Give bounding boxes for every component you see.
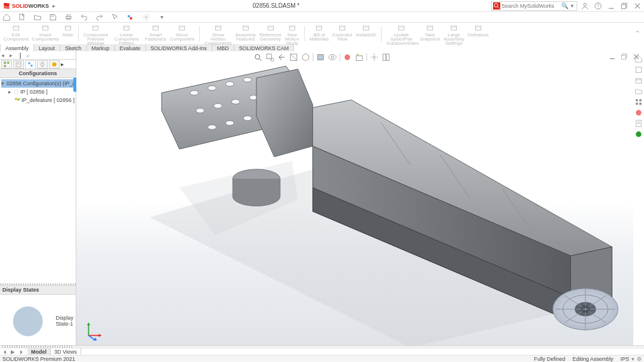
window-minimize-icon[interactable] bbox=[607, 2, 615, 10]
panel-tab-configurations-icon[interactable] bbox=[25, 60, 36, 69]
collapse-icon[interactable]: ▾ bbox=[1, 81, 4, 86]
config-item-defeature[interactable]: IP_defeature [ 02856 ] bbox=[14, 96, 76, 104]
section-view-icon[interactable] bbox=[289, 52, 299, 62]
search-menu-chevron[interactable]: ▾ bbox=[568, 2, 575, 10]
ribbon-cmd-edit-component[interactable]: Edit Component bbox=[2, 24, 29, 41]
bt-play-icon[interactable]: ▶ bbox=[11, 349, 17, 355]
undo-icon[interactable] bbox=[80, 13, 88, 21]
new-icon[interactable] bbox=[18, 13, 26, 21]
logo-menu-chevron[interactable]: ▸ bbox=[50, 2, 57, 10]
tp-view-palette-icon[interactable] bbox=[634, 98, 643, 106]
bottom-tab-3d-views[interactable]: 3D Views bbox=[51, 348, 81, 355]
doc-minimize-icon[interactable] bbox=[608, 52, 617, 61]
options-icon[interactable] bbox=[142, 13, 150, 21]
ribbon-cmd-instant3d[interactable]: Instant3D bbox=[355, 24, 377, 37]
bt-prev-icon[interactable]: ⏴ bbox=[2, 349, 8, 355]
ribbon-cmd-move-component[interactable]: Move Component bbox=[169, 24, 196, 41]
toolbar-dropdown-icon[interactable]: ▾ bbox=[157, 13, 166, 21]
expand-icon[interactable]: ▸ bbox=[7, 89, 12, 94]
panel-back-icon[interactable]: ◂ bbox=[1, 52, 8, 59]
tp-resources-icon[interactable] bbox=[634, 66, 643, 74]
ribbon-cmd-label: Edit Component bbox=[4, 33, 28, 41]
edit-appearance-icon[interactable] bbox=[343, 52, 352, 62]
ribbon-cmd-large-assembly-settings[interactable]: Large Assembly Settings bbox=[442, 24, 466, 45]
panel-split-icon[interactable]: ❙ bbox=[18, 52, 25, 59]
previous-view-icon[interactable] bbox=[277, 52, 287, 62]
ribbon-cmd-linear-component-pattern[interactable]: Linear Component Pattern bbox=[110, 24, 143, 45]
ribbon-cmd-insert-components[interactable]: Insert Components bbox=[30, 24, 60, 41]
tp-appearances-icon[interactable] bbox=[634, 109, 643, 117]
panel-tab-property-icon[interactable] bbox=[13, 60, 24, 69]
ribbon-cmd-reference-geometry[interactable]: Reference Geometry bbox=[258, 24, 283, 41]
view-layout-icon[interactable] bbox=[382, 52, 391, 62]
search-input[interactable] bbox=[501, 3, 561, 9]
ribbon-cmd-bill-of-materials[interactable]: Bill of Materials bbox=[308, 24, 330, 41]
ribbon-cmd-new-motion-study[interactable]: New Motion Study bbox=[284, 24, 301, 45]
panel-tab-more-icon[interactable]: ▸ bbox=[61, 61, 64, 67]
view-settings-icon[interactable] bbox=[370, 52, 379, 62]
redo-icon[interactable] bbox=[95, 13, 104, 21]
document-window-controls bbox=[608, 52, 640, 61]
window-close-icon[interactable] bbox=[633, 2, 642, 10]
tp-library-icon[interactable] bbox=[634, 76, 643, 85]
orientation-triad[interactable] bbox=[83, 320, 104, 341]
help-icon[interactable]: ? bbox=[594, 2, 602, 10]
display-style-icon[interactable] bbox=[316, 52, 326, 62]
save-icon[interactable] bbox=[49, 13, 57, 21]
panel-tab-display-icon[interactable] bbox=[49, 60, 60, 69]
doc-close-icon[interactable] bbox=[632, 52, 640, 61]
ribbon-cmd-component-preview-window[interactable]: Component Preview Window bbox=[82, 24, 109, 45]
panel-tab-feature-tree-icon[interactable] bbox=[1, 60, 12, 69]
print-icon[interactable] bbox=[64, 13, 73, 21]
svg-rect-52 bbox=[475, 26, 481, 30]
ribbon-cmd-label: Show Hidden Components bbox=[205, 33, 231, 45]
home-icon[interactable] bbox=[2, 13, 11, 21]
svg-point-72 bbox=[243, 78, 252, 82]
ribbon-cmd-label: Update SpeedPak Subassemblies bbox=[386, 33, 416, 45]
svg-rect-40 bbox=[317, 26, 322, 30]
ribbon-collapse-icon[interactable] bbox=[634, 29, 640, 35]
bt-next-icon[interactable]: ⏵ bbox=[19, 349, 25, 355]
login-icon[interactable] bbox=[581, 2, 589, 10]
svg-rect-15 bbox=[128, 15, 130, 17]
ribbon-cmd-take-snapshot[interactable]: Take Snapshot bbox=[419, 24, 441, 41]
panel-filter-icon[interactable]: ⌕ bbox=[26, 52, 33, 59]
tp-forum-icon[interactable] bbox=[634, 130, 643, 138]
ribbon-cmd-icon bbox=[361, 24, 371, 32]
config-item-ip[interactable]: ▸ IP [ 02856 ] bbox=[7, 88, 76, 96]
orientation-icon[interactable] bbox=[301, 52, 311, 62]
svg-rect-24 bbox=[93, 26, 98, 30]
panel-forward-icon[interactable]: ▸ bbox=[10, 52, 17, 59]
zoom-fit-icon[interactable] bbox=[253, 52, 263, 62]
status-custom-icon[interactable]: ⚙ bbox=[637, 356, 642, 362]
ribbon-cmd-show-hidden-components[interactable]: Show Hidden Components bbox=[203, 24, 233, 45]
svg-rect-59 bbox=[29, 62, 30, 64]
ribbon-cmd-smart-fasteners[interactable]: Smart Fasteners bbox=[144, 24, 168, 41]
svg-point-17 bbox=[145, 16, 147, 18]
graphics-viewport[interactable] bbox=[76, 51, 644, 348]
rebuild-icon[interactable] bbox=[126, 13, 135, 21]
ribbon-commands: Edit ComponentInsert ComponentsMateCompo… bbox=[0, 23, 644, 44]
select-icon[interactable] bbox=[111, 13, 119, 21]
config-root-item[interactable]: ▾ 02856 Configuration(s) (IP_defeature) bbox=[1, 79, 76, 88]
window-restore-icon[interactable] bbox=[620, 2, 628, 10]
tp-explorer-icon[interactable] bbox=[634, 87, 643, 95]
display-state-item[interactable]: Display State-1 bbox=[2, 296, 73, 346]
status-units-dropdown-icon[interactable]: ▾ bbox=[631, 356, 634, 362]
open-icon[interactable] bbox=[33, 13, 42, 21]
doc-restore-icon[interactable] bbox=[620, 52, 628, 61]
ribbon-cmd-update-speedpak-subassemblies[interactable]: Update SpeedPak Subassemblies bbox=[385, 24, 417, 45]
search-dropdown[interactable]: 🔍 bbox=[561, 2, 568, 10]
bottom-tab-model[interactable]: Model bbox=[27, 348, 51, 355]
ribbon-cmd-defeature[interactable]: Defeature bbox=[467, 24, 490, 37]
ribbon-cmd-assembly-features[interactable]: Assembly Features bbox=[234, 24, 257, 41]
hide-show-icon[interactable] bbox=[328, 52, 338, 62]
zoom-area-icon[interactable] bbox=[265, 52, 275, 62]
search-box[interactable]: 🔍 ▾ bbox=[491, 1, 577, 11]
ribbon-cmd-exploded-view[interactable]: Exploded View bbox=[331, 24, 353, 41]
ribbon-cmd-mate[interactable]: Mate bbox=[61, 24, 75, 37]
tp-custom-props-icon[interactable] bbox=[634, 119, 643, 128]
panel-tab-dimxpert-icon[interactable] bbox=[37, 60, 48, 69]
apply-scene-icon[interactable] bbox=[355, 52, 364, 62]
quick-access-toolbar: ▾ bbox=[0, 12, 644, 23]
